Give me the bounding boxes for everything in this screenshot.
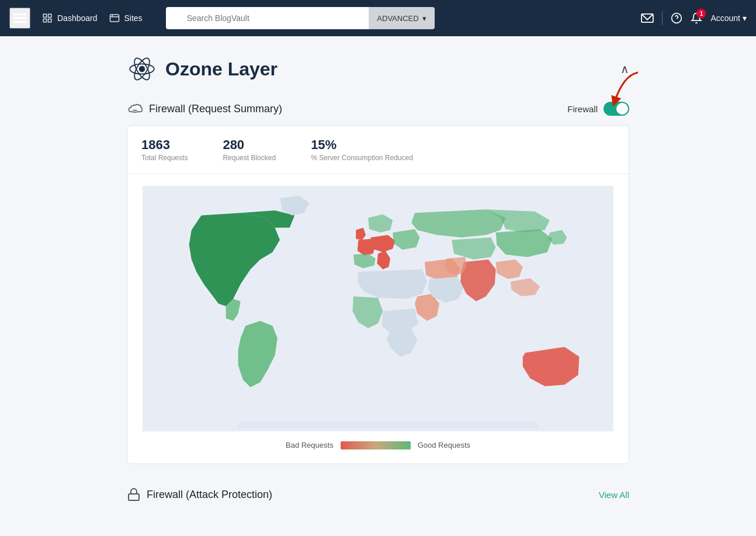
advanced-button[interactable]: ADVANCED ▾	[369, 7, 434, 29]
page-header: Ozone Layer ∧	[127, 54, 629, 84]
ozone-icon	[127, 54, 157, 84]
menu-icon[interactable]	[9, 8, 30, 29]
good-requests-label: Good Requests	[418, 441, 470, 449]
search-box: 🔍	[166, 7, 369, 29]
svg-rect-23	[129, 494, 139, 500]
collapse-button[interactable]: ∧	[620, 62, 629, 76]
map-container: Bad Requests Good Requests	[127, 174, 629, 464]
chevron-down-icon: ▾	[422, 14, 426, 23]
account-button[interactable]: Account ▾	[710, 13, 747, 23]
svg-rect-7	[110, 15, 119, 22]
svg-rect-3	[43, 14, 46, 17]
firewall-toggle[interactable]	[604, 102, 629, 116]
nav-divider	[662, 11, 663, 25]
lock-icon	[127, 487, 141, 502]
firewall-summary-section: Firewall (Request Summary) Firewall	[127, 102, 629, 464]
section-title-group: Firewall (Request Summary)	[127, 102, 282, 115]
request-blocked-label: Request Blocked	[223, 154, 276, 162]
server-reduction-stat: 15% % Server Consumption Reduced	[311, 137, 413, 162]
search-wrapper: 🔍 ADVANCED ▾	[166, 7, 435, 29]
total-requests-label: Total Requests	[141, 154, 188, 162]
notification-badge: 1	[696, 9, 706, 18]
search-input[interactable]	[166, 7, 369, 29]
server-reduction-value: 15%	[311, 137, 413, 153]
svg-rect-6	[48, 19, 51, 22]
bad-requests-label: Bad Requests	[286, 441, 334, 449]
firewall-toggle-group: Firewall	[567, 102, 629, 116]
firewall-attack-section: Firewall (Attack Protection) View All	[127, 482, 629, 507]
bottom-title-group: Firewall (Attack Protection)	[127, 487, 272, 502]
notification-icon-button[interactable]: 1	[691, 12, 702, 24]
server-reduction-label: % Server Consumption Reduced	[311, 154, 413, 162]
svg-rect-1	[13, 18, 27, 19]
attack-protection-title: Firewall (Attack Protection)	[147, 489, 272, 501]
request-blocked-stat: 280 Request Blocked	[223, 137, 276, 162]
chevron-down-icon: ▾	[743, 13, 747, 23]
total-requests-stat: 1863 Total Requests	[141, 137, 188, 162]
nav-right: 1 Account ▾	[641, 11, 747, 25]
help-icon-button[interactable]	[671, 12, 682, 24]
svg-rect-4	[48, 14, 51, 17]
page-title-group: Ozone Layer	[127, 54, 278, 84]
svg-rect-2	[13, 21, 27, 23]
map-legend: Bad Requests Good Requests	[139, 434, 617, 452]
svg-point-13	[139, 66, 145, 72]
firewall-section-title: Firewall (Request Summary)	[149, 103, 282, 115]
sites-link[interactable]: Sites	[109, 13, 143, 23]
main-content: Ozone Layer ∧ Firewall (Request Summary)	[115, 36, 641, 525]
toggle-knob	[616, 103, 628, 115]
request-blocked-value: 280	[223, 137, 276, 153]
section-header: Firewall (Request Summary) Firewall	[127, 102, 629, 116]
view-all-link[interactable]: View All	[599, 490, 629, 500]
firewall-toggle-label: Firewall	[567, 104, 598, 114]
dashboard-link[interactable]: Dashboard	[42, 13, 98, 23]
svg-rect-5	[43, 19, 46, 22]
firewall-icon	[127, 102, 143, 115]
stats-card: 1863 Total Requests 280 Request Blocked …	[127, 125, 629, 464]
mail-icon-button[interactable]	[641, 13, 654, 23]
stats-row: 1863 Total Requests 280 Request Blocked …	[127, 126, 629, 174]
legend-gradient	[341, 441, 411, 449]
svg-rect-0	[13, 13, 27, 15]
world-map	[139, 186, 617, 431]
page-title: Ozone Layer	[165, 58, 278, 80]
navbar: Dashboard Sites 🔍 ADVANCED ▾	[0, 0, 756, 36]
total-requests-value: 1863	[141, 137, 188, 153]
